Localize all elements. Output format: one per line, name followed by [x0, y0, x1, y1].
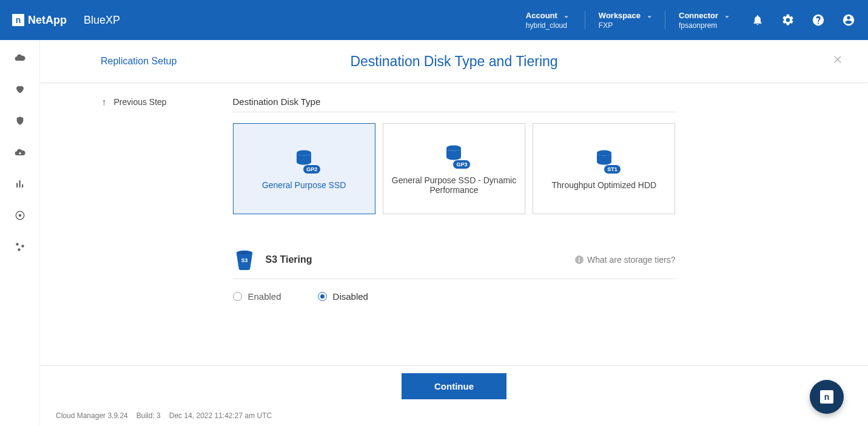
svg-point-4 — [21, 245, 24, 248]
disk-badge: ST1 — [604, 164, 621, 174]
disk-option-st1[interactable]: ST1 Throughput Optimized HDD — [533, 123, 675, 214]
top-header: n NetApp BlueXP Account⌄ hybrid_cloud Wo… — [0, 0, 868, 40]
svg-point-3 — [16, 243, 19, 246]
page-title: Destination Disk Type and Tiering — [350, 53, 557, 70]
header-dropdowns: Account⌄ hybrid_cloud Workspace⌄ FXP Con… — [513, 0, 743, 40]
main-content: ↑ Previous Step Destination Disk Type GP… — [40, 83, 868, 365]
breadcrumb[interactable]: Replication Setup — [101, 56, 177, 67]
disk-option-label: General Purpose SSD — [262, 180, 346, 190]
svg-point-0 — [19, 152, 21, 154]
disk-badge: GP2 — [303, 164, 321, 174]
radio-icon — [318, 292, 327, 301]
help-fab[interactable]: n — [810, 380, 844, 414]
s3-radio-group: Enabled Disabled — [233, 291, 676, 302]
workspace-dropdown[interactable]: Workspace⌄ FXP — [585, 0, 665, 40]
svg-point-7 — [446, 146, 461, 151]
disk-option-label: Throughput Optimized HDD — [551, 180, 656, 190]
previous-step-label: Previous Step — [114, 97, 167, 107]
connector-dropdown[interactable]: Connector⌄ fpsaonprem — [665, 0, 743, 40]
disk-type-cards: GP2 General Purpose SSD GP3 General Purp… — [233, 123, 676, 214]
disk-badge: GP3 — [453, 160, 471, 169]
svg-point-2 — [18, 214, 21, 217]
chevron-down-icon: ⌄ — [564, 12, 569, 19]
s3-tiering-section: S3 S3 Tiering i What are storage tiers? — [233, 248, 676, 279]
connector-value: fpsaonprem — [679, 21, 730, 30]
disk-type-section-label: Destination Disk Type — [233, 96, 676, 112]
header-icons — [743, 13, 856, 27]
close-icon[interactable] — [832, 53, 844, 69]
sub-header: Replication Setup Destination Disk Type … — [40, 40, 868, 83]
s3-option-enabled[interactable]: Enabled — [233, 291, 281, 302]
account-dropdown[interactable]: Account⌄ hybrid_cloud — [513, 0, 585, 40]
continue-button[interactable]: Continue — [402, 373, 506, 399]
account-label: Account — [526, 11, 557, 20]
svg-point-5 — [18, 248, 21, 251]
shield-icon[interactable] — [13, 114, 27, 127]
brand-block: n NetApp BlueXP — [12, 14, 120, 27]
nodes-icon[interactable] — [13, 240, 27, 254]
info-icon: i — [575, 255, 584, 264]
status-version: Cloud Manager 3.9.24 — [56, 411, 128, 420]
brand-secondary: BlueXP — [84, 14, 120, 27]
connector-label: Connector — [679, 11, 718, 20]
status-build: Build: 3 — [136, 411, 161, 420]
bucket-icon: S3 — [233, 248, 256, 271]
s3-tiering-label: S3 Tiering — [266, 254, 312, 265]
svg-point-10 — [238, 251, 251, 254]
radio-label: Disabled — [333, 291, 368, 302]
radio-label: Enabled — [248, 291, 281, 302]
status-line: Cloud Manager 3.9.24 Build: 3 Dec 14, 20… — [56, 411, 272, 420]
workspace-label: Workspace — [599, 11, 641, 20]
bucket-badge-text: S3 — [241, 257, 247, 263]
target-icon[interactable] — [13, 209, 27, 222]
bar-chart-icon[interactable] — [13, 177, 27, 191]
cloud-icon[interactable] — [13, 51, 27, 64]
previous-step-link[interactable]: ↑ Previous Step — [102, 96, 167, 107]
brand-primary: NetApp — [28, 14, 67, 27]
user-icon[interactable] — [841, 13, 856, 27]
disk-option-label: General Purpose SSD - Dynamic Performanc… — [389, 175, 519, 195]
netapp-n-icon: n — [820, 390, 833, 404]
account-value: hybrid_cloud — [526, 21, 572, 30]
storage-tiers-help-link[interactable]: i What are storage tiers? — [575, 255, 676, 265]
radio-icon — [233, 292, 242, 301]
s3-option-disabled[interactable]: Disabled — [318, 291, 368, 302]
workspace-value: FXP — [599, 21, 652, 30]
heart-plus-icon[interactable] — [13, 83, 27, 96]
svg-point-8 — [597, 150, 611, 156]
bell-icon[interactable] — [750, 13, 765, 27]
cloud-ops-icon[interactable] — [13, 146, 27, 159]
disk-option-gp3[interactable]: GP3 General Purpose SSD - Dynamic Perfor… — [383, 123, 525, 214]
svg-point-6 — [297, 150, 311, 156]
netapp-n-icon: n — [12, 14, 24, 26]
disk-option-gp2[interactable]: GP2 General Purpose SSD — [233, 123, 375, 214]
help-icon[interactable] — [811, 13, 826, 27]
disk-icon: ST1 — [592, 147, 616, 172]
chevron-down-icon: ⌄ — [647, 12, 652, 19]
left-rail — [0, 40, 40, 426]
status-timestamp: Dec 14, 2022 11:42:27 am UTC — [169, 411, 272, 420]
disk-icon: GP2 — [292, 147, 316, 172]
gear-icon[interactable] — [781, 13, 795, 27]
help-link-text: What are storage tiers? — [587, 255, 676, 265]
disk-icon: GP3 — [442, 143, 466, 167]
netapp-logo: n NetApp — [12, 14, 67, 27]
chevron-down-icon: ⌄ — [724, 12, 730, 19]
arrow-up-icon: ↑ — [102, 96, 107, 107]
footer-bar: Continue — [40, 365, 868, 407]
